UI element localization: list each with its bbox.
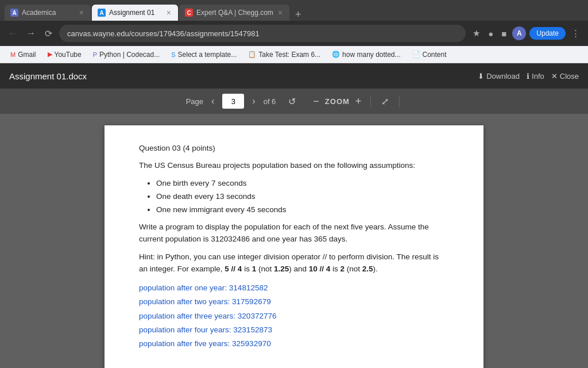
tab-close-academica[interactable]: × — [78, 8, 85, 17]
doc-text: Question 03 (4 points) The US Census Bur… — [139, 143, 449, 368]
hint-bold-5-4: 5 // 4 — [225, 264, 242, 273]
info-icon: ℹ — [527, 72, 529, 80]
forward-button[interactable]: → — [24, 27, 38, 40]
toolbar-separator — [370, 95, 371, 107]
doc-title: Assignment 01.docx — [9, 71, 87, 81]
address-bar: ← → ⟳ ★ ● ■ A Update ⋮ — [0, 21, 588, 46]
doc-page: Question 03 (4 points) The US Census Bur… — [105, 125, 483, 368]
content-icon: 📄 — [412, 51, 420, 58]
back-button[interactable]: ← — [6, 27, 20, 40]
bookmark-gmail-label: Gmail — [18, 51, 36, 59]
close-icon: ✕ — [551, 72, 558, 80]
new-tab-button[interactable]: + — [291, 9, 306, 21]
bullet-2: One death every 13 seconds — [156, 191, 449, 202]
tab-favicon-academica: A — [10, 9, 18, 17]
bookmark-youtube[interactable]: ▶ YouTube — [43, 49, 86, 60]
refresh-view-button[interactable]: ↺ — [285, 95, 299, 108]
page-input[interactable] — [222, 94, 244, 109]
avatar-button[interactable]: A — [512, 26, 526, 40]
question3-intro: The US Census Bureau projects population… — [139, 160, 449, 171]
question3-task: Write a program to display the populatio… — [139, 221, 449, 245]
bookmark-content[interactable]: 📄 Content — [408, 49, 451, 60]
close-button[interactable]: ✕ Close — [551, 72, 579, 80]
zoom-controls: − ZOOM + — [311, 95, 363, 108]
toolbar-separator-2 — [399, 95, 400, 107]
address-input[interactable] — [59, 25, 466, 42]
update-button[interactable]: Update — [529, 27, 566, 40]
question3-title: Question 03 (4 points) — [139, 143, 449, 154]
hint-val-1: 1 — [252, 264, 257, 273]
output-line-1: population after one year: 314812582 — [139, 281, 449, 295]
output-line-3: population after three years: 320372776 — [139, 309, 449, 323]
page-label: Page — [186, 97, 203, 106]
question3-output: population after one year: 314812582 pop… — [139, 281, 449, 351]
of-pages-label: of 6 — [264, 97, 276, 106]
spacer-2 — [139, 361, 449, 368]
bookmark-youtube-label: YouTube — [55, 51, 82, 59]
bookmark-template-label: Select a template... — [178, 51, 237, 59]
zoom-out-button[interactable]: − — [311, 95, 322, 108]
document-viewer: Assignment 01.docx ⬇ Download ℹ Info ✕ C… — [0, 63, 588, 368]
output-line-5: population after five years: 325932970 — [139, 337, 449, 351]
zoom-label: ZOOM — [325, 97, 350, 106]
reload-button[interactable]: ⟳ — [42, 27, 55, 40]
info-button[interactable]: ℹ Info — [527, 72, 544, 80]
profile-button[interactable]: ● — [486, 28, 496, 40]
doc-toolbar: Page ‹ › of 6 ↺ − ZOOM + ⤢ — [0, 89, 588, 114]
tab-close-assignment[interactable]: × — [165, 8, 172, 17]
tab-bar: A Academica × A Assignment 01 × C Expert… — [0, 0, 588, 21]
tab-title-assignment: Assignment 01 — [109, 9, 162, 17]
hint-bold-10-4: 10 // 4 — [309, 264, 331, 273]
bookmark-gmail[interactable]: M Gmail — [6, 49, 41, 60]
tab-chegg[interactable]: C Expert Q&A | Chegg.com × — [179, 5, 289, 21]
doc-actions: ⬇ Download ℹ Info ✕ Close — [478, 72, 579, 80]
bookmark-python-label: Python | Codecad... — [99, 51, 160, 59]
download-icon: ⬇ — [478, 72, 484, 80]
doc-title-bar: Assignment 01.docx ⬇ Download ℹ Info ✕ C… — [0, 63, 588, 89]
next-page-button[interactable]: › — [249, 95, 258, 108]
tab-title-academica: Academica — [22, 9, 75, 17]
tab-assignment[interactable]: A Assignment 01 × — [92, 5, 178, 21]
tab-favicon-chegg: C — [185, 9, 193, 17]
bookmarks-bar: M Gmail ▶ YouTube P Python | Codecad... … — [0, 46, 588, 63]
download-button[interactable]: ⬇ Download — [478, 72, 520, 80]
tab-close-chegg[interactable]: × — [277, 8, 284, 17]
gmail-icon: M — [10, 51, 16, 58]
output-line-4: population after four years: 323152873 — [139, 323, 449, 337]
tab-title-chegg: Expert Q&A | Chegg.com — [196, 9, 273, 17]
zoom-in-button[interactable]: + — [353, 95, 364, 108]
hint-bold-125: 1.25 — [274, 264, 289, 273]
output-line-2: population after two years: 317592679 — [139, 295, 449, 309]
template-icon: S — [171, 51, 175, 58]
bookmark-template[interactable]: S Select a template... — [167, 49, 241, 60]
youtube-icon: ▶ — [48, 51, 52, 58]
fullscreen-button[interactable]: ⤢ — [378, 95, 392, 108]
bullet-1: One birth every 7 seconds — [156, 178, 449, 189]
spacer-1 — [139, 351, 449, 361]
tab-academica[interactable]: A Academica × — [5, 5, 91, 21]
bookmark-star-button[interactable]: ★ — [470, 27, 482, 40]
bullet-3: One new immigrant every 45 seconds — [156, 204, 449, 216]
prev-page-button[interactable]: ‹ — [208, 95, 218, 108]
bookmark-exam[interactable]: 📋 Take Test: Exam 6... — [243, 49, 325, 60]
hint-bold-25: 2.5 — [362, 264, 373, 273]
bookmark-python[interactable]: P Python | Codecad... — [88, 49, 165, 60]
hint-val-2: 2 — [341, 264, 345, 273]
browser-chrome: A Academica × A Assignment 01 × C Expert… — [0, 0, 588, 63]
extensions-button[interactable]: ■ — [499, 28, 509, 40]
menu-button[interactable]: ⋮ — [569, 27, 582, 40]
browser-actions: ★ ● ■ A Update ⋮ — [470, 26, 582, 40]
exam-icon: 📋 — [248, 51, 256, 58]
bookmark-content-label: Content — [423, 51, 447, 59]
bookmark-exam-label: Take Test: Exam 6... — [258, 51, 320, 59]
python-icon: P — [93, 51, 97, 58]
question3-bullets: One birth every 7 seconds One death ever… — [156, 178, 449, 216]
question3-hint: Hint: in Python, you can use integer div… — [139, 251, 449, 275]
bookmark-dotted-label: how many dotted... — [342, 51, 400, 59]
doc-content-area: Question 03 (4 points) The US Census Bur… — [0, 114, 588, 368]
bookmark-dotted[interactable]: 🌐 how many dotted... — [327, 49, 405, 60]
tab-favicon-assignment: A — [98, 9, 106, 17]
dotted-icon: 🌐 — [332, 51, 340, 58]
